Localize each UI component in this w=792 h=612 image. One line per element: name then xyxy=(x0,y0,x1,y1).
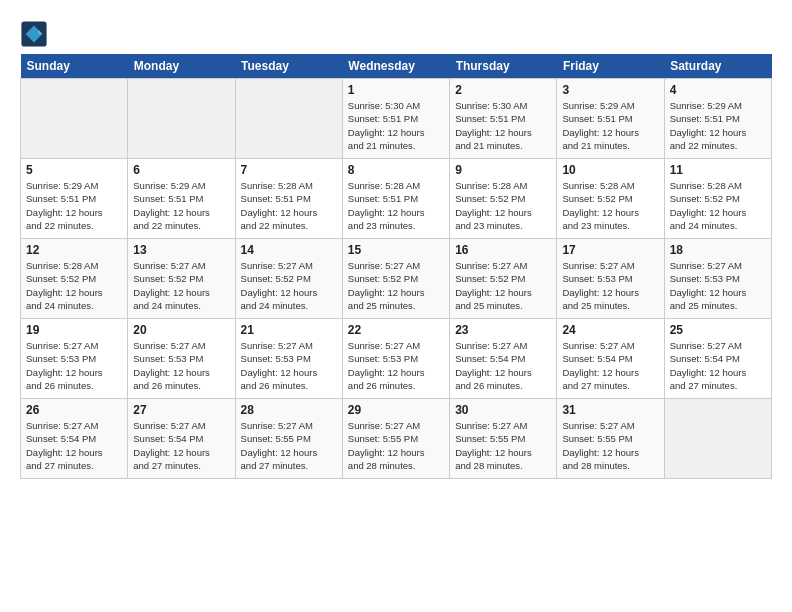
logo xyxy=(20,20,52,48)
day-info: Sunrise: 5:27 AM Sunset: 5:52 PM Dayligh… xyxy=(133,259,229,312)
calendar-cell: 22Sunrise: 5:27 AM Sunset: 5:53 PM Dayli… xyxy=(342,319,449,399)
calendar-cell: 30Sunrise: 5:27 AM Sunset: 5:55 PM Dayli… xyxy=(450,399,557,479)
calendar-cell: 12Sunrise: 5:28 AM Sunset: 5:52 PM Dayli… xyxy=(21,239,128,319)
day-number: 20 xyxy=(133,323,229,337)
calendar-body: 1Sunrise: 5:30 AM Sunset: 5:51 PM Daylig… xyxy=(21,79,772,479)
day-header-sunday: Sunday xyxy=(21,54,128,79)
calendar-cell: 26Sunrise: 5:27 AM Sunset: 5:54 PM Dayli… xyxy=(21,399,128,479)
day-number: 4 xyxy=(670,83,766,97)
calendar-cell: 13Sunrise: 5:27 AM Sunset: 5:52 PM Dayli… xyxy=(128,239,235,319)
day-header-thursday: Thursday xyxy=(450,54,557,79)
day-info: Sunrise: 5:27 AM Sunset: 5:54 PM Dayligh… xyxy=(562,339,658,392)
day-info: Sunrise: 5:29 AM Sunset: 5:51 PM Dayligh… xyxy=(670,99,766,152)
calendar-cell xyxy=(235,79,342,159)
day-number: 9 xyxy=(455,163,551,177)
day-info: Sunrise: 5:28 AM Sunset: 5:52 PM Dayligh… xyxy=(26,259,122,312)
day-number: 12 xyxy=(26,243,122,257)
day-number: 3 xyxy=(562,83,658,97)
day-info: Sunrise: 5:27 AM Sunset: 5:55 PM Dayligh… xyxy=(348,419,444,472)
day-number: 15 xyxy=(348,243,444,257)
calendar-cell: 24Sunrise: 5:27 AM Sunset: 5:54 PM Dayli… xyxy=(557,319,664,399)
day-info: Sunrise: 5:27 AM Sunset: 5:53 PM Dayligh… xyxy=(241,339,337,392)
calendar-cell: 8Sunrise: 5:28 AM Sunset: 5:51 PM Daylig… xyxy=(342,159,449,239)
day-number: 14 xyxy=(241,243,337,257)
day-info: Sunrise: 5:27 AM Sunset: 5:52 PM Dayligh… xyxy=(348,259,444,312)
calendar-week-5: 26Sunrise: 5:27 AM Sunset: 5:54 PM Dayli… xyxy=(21,399,772,479)
day-header-friday: Friday xyxy=(557,54,664,79)
calendar-cell xyxy=(21,79,128,159)
day-number: 6 xyxy=(133,163,229,177)
calendar-cell: 3Sunrise: 5:29 AM Sunset: 5:51 PM Daylig… xyxy=(557,79,664,159)
calendar-cell: 27Sunrise: 5:27 AM Sunset: 5:54 PM Dayli… xyxy=(128,399,235,479)
logo-icon xyxy=(20,20,48,48)
calendar-cell: 23Sunrise: 5:27 AM Sunset: 5:54 PM Dayli… xyxy=(450,319,557,399)
day-number: 24 xyxy=(562,323,658,337)
day-number: 5 xyxy=(26,163,122,177)
calendar-cell: 7Sunrise: 5:28 AM Sunset: 5:51 PM Daylig… xyxy=(235,159,342,239)
calendar-cell: 11Sunrise: 5:28 AM Sunset: 5:52 PM Dayli… xyxy=(664,159,771,239)
calendar-cell: 2Sunrise: 5:30 AM Sunset: 5:51 PM Daylig… xyxy=(450,79,557,159)
calendar-cell: 19Sunrise: 5:27 AM Sunset: 5:53 PM Dayli… xyxy=(21,319,128,399)
day-info: Sunrise: 5:29 AM Sunset: 5:51 PM Dayligh… xyxy=(133,179,229,232)
day-number: 26 xyxy=(26,403,122,417)
day-number: 1 xyxy=(348,83,444,97)
day-number: 7 xyxy=(241,163,337,177)
calendar-cell: 29Sunrise: 5:27 AM Sunset: 5:55 PM Dayli… xyxy=(342,399,449,479)
day-number: 28 xyxy=(241,403,337,417)
day-info: Sunrise: 5:27 AM Sunset: 5:52 PM Dayligh… xyxy=(455,259,551,312)
calendar-cell: 4Sunrise: 5:29 AM Sunset: 5:51 PM Daylig… xyxy=(664,79,771,159)
day-info: Sunrise: 5:27 AM Sunset: 5:52 PM Dayligh… xyxy=(241,259,337,312)
day-number: 23 xyxy=(455,323,551,337)
day-info: Sunrise: 5:28 AM Sunset: 5:51 PM Dayligh… xyxy=(348,179,444,232)
calendar-cell: 16Sunrise: 5:27 AM Sunset: 5:52 PM Dayli… xyxy=(450,239,557,319)
day-info: Sunrise: 5:27 AM Sunset: 5:53 PM Dayligh… xyxy=(348,339,444,392)
day-info: Sunrise: 5:29 AM Sunset: 5:51 PM Dayligh… xyxy=(26,179,122,232)
calendar-cell: 15Sunrise: 5:27 AM Sunset: 5:52 PM Dayli… xyxy=(342,239,449,319)
calendar-cell: 25Sunrise: 5:27 AM Sunset: 5:54 PM Dayli… xyxy=(664,319,771,399)
day-info: Sunrise: 5:27 AM Sunset: 5:53 PM Dayligh… xyxy=(562,259,658,312)
day-info: Sunrise: 5:27 AM Sunset: 5:53 PM Dayligh… xyxy=(26,339,122,392)
day-header-monday: Monday xyxy=(128,54,235,79)
day-info: Sunrise: 5:28 AM Sunset: 5:52 PM Dayligh… xyxy=(670,179,766,232)
day-info: Sunrise: 5:27 AM Sunset: 5:54 PM Dayligh… xyxy=(670,339,766,392)
calendar-week-4: 19Sunrise: 5:27 AM Sunset: 5:53 PM Dayli… xyxy=(21,319,772,399)
day-info: Sunrise: 5:27 AM Sunset: 5:55 PM Dayligh… xyxy=(241,419,337,472)
day-header-wednesday: Wednesday xyxy=(342,54,449,79)
day-number: 10 xyxy=(562,163,658,177)
day-info: Sunrise: 5:27 AM Sunset: 5:55 PM Dayligh… xyxy=(562,419,658,472)
calendar-cell: 6Sunrise: 5:29 AM Sunset: 5:51 PM Daylig… xyxy=(128,159,235,239)
day-info: Sunrise: 5:28 AM Sunset: 5:51 PM Dayligh… xyxy=(241,179,337,232)
calendar-cell xyxy=(128,79,235,159)
calendar-cell: 31Sunrise: 5:27 AM Sunset: 5:55 PM Dayli… xyxy=(557,399,664,479)
day-info: Sunrise: 5:27 AM Sunset: 5:55 PM Dayligh… xyxy=(455,419,551,472)
calendar-cell: 18Sunrise: 5:27 AM Sunset: 5:53 PM Dayli… xyxy=(664,239,771,319)
calendar-cell: 17Sunrise: 5:27 AM Sunset: 5:53 PM Dayli… xyxy=(557,239,664,319)
day-info: Sunrise: 5:27 AM Sunset: 5:54 PM Dayligh… xyxy=(26,419,122,472)
day-info: Sunrise: 5:28 AM Sunset: 5:52 PM Dayligh… xyxy=(562,179,658,232)
day-number: 25 xyxy=(670,323,766,337)
header xyxy=(20,20,772,48)
day-number: 11 xyxy=(670,163,766,177)
day-number: 29 xyxy=(348,403,444,417)
day-header-saturday: Saturday xyxy=(664,54,771,79)
calendar-cell: 9Sunrise: 5:28 AM Sunset: 5:52 PM Daylig… xyxy=(450,159,557,239)
calendar-cell: 5Sunrise: 5:29 AM Sunset: 5:51 PM Daylig… xyxy=(21,159,128,239)
day-number: 19 xyxy=(26,323,122,337)
day-info: Sunrise: 5:27 AM Sunset: 5:53 PM Dayligh… xyxy=(133,339,229,392)
calendar-week-3: 12Sunrise: 5:28 AM Sunset: 5:52 PM Dayli… xyxy=(21,239,772,319)
day-number: 16 xyxy=(455,243,551,257)
calendar-cell: 28Sunrise: 5:27 AM Sunset: 5:55 PM Dayli… xyxy=(235,399,342,479)
day-number: 27 xyxy=(133,403,229,417)
calendar-week-2: 5Sunrise: 5:29 AM Sunset: 5:51 PM Daylig… xyxy=(21,159,772,239)
day-number: 31 xyxy=(562,403,658,417)
day-header-tuesday: Tuesday xyxy=(235,54,342,79)
calendar-cell: 1Sunrise: 5:30 AM Sunset: 5:51 PM Daylig… xyxy=(342,79,449,159)
day-number: 21 xyxy=(241,323,337,337)
calendar-cell: 10Sunrise: 5:28 AM Sunset: 5:52 PM Dayli… xyxy=(557,159,664,239)
day-info: Sunrise: 5:29 AM Sunset: 5:51 PM Dayligh… xyxy=(562,99,658,152)
day-info: Sunrise: 5:27 AM Sunset: 5:54 PM Dayligh… xyxy=(455,339,551,392)
day-number: 22 xyxy=(348,323,444,337)
calendar-cell: 14Sunrise: 5:27 AM Sunset: 5:52 PM Dayli… xyxy=(235,239,342,319)
day-info: Sunrise: 5:30 AM Sunset: 5:51 PM Dayligh… xyxy=(348,99,444,152)
day-info: Sunrise: 5:27 AM Sunset: 5:54 PM Dayligh… xyxy=(133,419,229,472)
